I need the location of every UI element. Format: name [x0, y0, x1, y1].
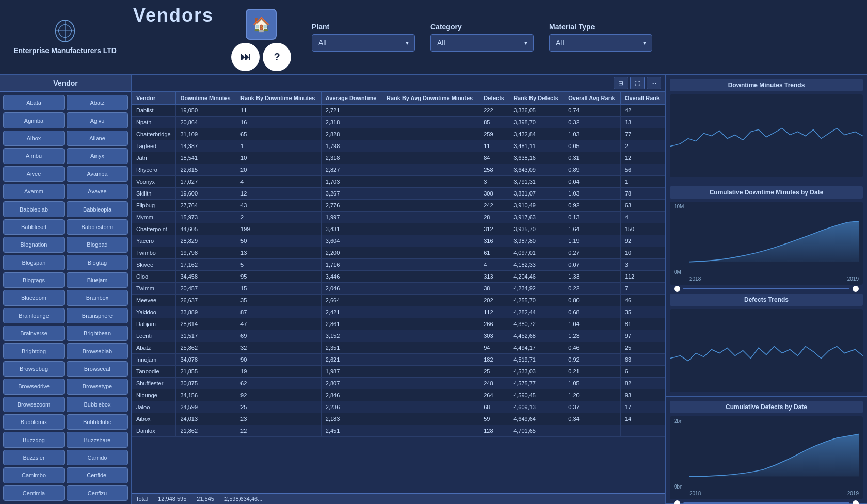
col-rank-defects: Rank By Defects	[509, 92, 564, 105]
date-range-slider[interactable]	[674, 285, 859, 293]
vendor-button-abatz[interactable]: Abatz	[67, 95, 128, 110]
vendor-button-avamba[interactable]: Avamba	[67, 166, 128, 182]
x-axis-2019-def: 2019	[847, 491, 859, 496]
cell-0: Skivee	[132, 259, 176, 271]
vendor-button-blogtag[interactable]: Blogtag	[67, 255, 128, 270]
table-header-row: Vendor Downtime Minutes Rank By Downtime…	[132, 92, 665, 105]
defects-slider-right-dot[interactable]	[853, 500, 859, 504]
fast-forward-button[interactable]: ⏭	[231, 43, 260, 71]
vendor-button-cenfizu[interactable]: Cenfizu	[67, 485, 128, 501]
cell-7: 0.31	[564, 152, 621, 164]
y-axis-10m: 10M	[674, 204, 687, 209]
vendor-button-buzzsler[interactable]: Buzzsler	[3, 450, 65, 465]
cell-2: 4	[236, 176, 322, 188]
cell-3: 2,807	[321, 378, 382, 389]
slider-left-dot[interactable]	[674, 286, 680, 292]
vendor-button-babbleblab[interactable]: Babbleblab	[3, 201, 65, 217]
vendor-button-blogpad[interactable]: Blogpad	[67, 237, 128, 252]
home-button[interactable]: 🏠	[246, 9, 277, 40]
vendor-button-babbleset[interactable]: Babbleset	[3, 219, 65, 235]
defects-date-range-slider[interactable]	[674, 499, 859, 504]
table-row: Mymm15,97321,997283,917,630.134	[132, 212, 665, 223]
page-title: Vendors	[133, 5, 214, 26]
cell-7: 0.74	[564, 105, 621, 117]
vendor-button-cenfidel[interactable]: Cenfidel	[67, 467, 128, 483]
vendor-button-brainverse[interactable]: Brainverse	[3, 326, 65, 341]
vendor-button-browseblab[interactable]: Browseblab	[67, 343, 128, 359]
vendor-button-babbleopia[interactable]: Babbleopia	[67, 201, 128, 217]
export-toolbar-button[interactable]: ⬚	[630, 77, 645, 89]
vendor-button-browsebug[interactable]: Browsebug	[3, 361, 65, 377]
material-type-select[interactable]: All	[549, 34, 652, 52]
plant-select[interactable]: All	[312, 34, 415, 52]
vendor-button-brainsphere[interactable]: Brainsphere	[67, 308, 128, 323]
cell-2: 16	[236, 117, 322, 128]
slider-right-dot[interactable]	[853, 286, 859, 292]
vendor-button-camido[interactable]: Camido	[67, 450, 128, 465]
more-toolbar-button[interactable]: ···	[647, 77, 661, 89]
vendor-button-agimba[interactable]: Agimba	[3, 112, 65, 128]
cell-2: 23	[236, 413, 322, 425]
vendor-button-browsedrive[interactable]: Browsedrive	[3, 379, 65, 394]
cell-3: 2,861	[321, 318, 382, 330]
cell-8: 42	[620, 105, 665, 117]
vendor-button-bluejam[interactable]: Bluejam	[67, 272, 128, 288]
vendor-button-ainyx[interactable]: Ainyx	[67, 148, 128, 164]
x-axis-2019: 2019	[847, 276, 859, 282]
vendor-button-bluezoom[interactable]: Bluezoom	[3, 290, 65, 305]
col-downtime-minutes: Downtime Minutes	[176, 92, 236, 105]
cell-3: 2,721	[321, 105, 382, 117]
vendor-button-browsetype[interactable]: Browsetype	[67, 379, 128, 394]
cell-5: 85	[479, 117, 509, 128]
vendor-button-centimia[interactable]: Centimia	[3, 485, 65, 501]
vendor-button-camimbo[interactable]: Camimbo	[3, 467, 65, 483]
vendor-button-blognation[interactable]: Blognation	[3, 237, 65, 252]
cell-2: 20	[236, 164, 322, 176]
cell-7: 1.20	[564, 389, 621, 401]
vendor-button-brainbox[interactable]: Brainbox	[67, 290, 128, 305]
cell-7: 1.03	[564, 128, 621, 140]
cell-5: 303	[479, 330, 509, 342]
cell-8: 13	[620, 117, 665, 128]
cell-5: 248	[479, 378, 509, 389]
vendor-button-bubblelube[interactable]: Bubblelube	[67, 414, 128, 430]
vendor-button-avamm[interactable]: Avamm	[3, 184, 65, 199]
vendor-button-blogtags[interactable]: Blogtags	[3, 272, 65, 288]
vendor-button-browsecat[interactable]: Browsecat	[67, 361, 128, 377]
cell-6: 3,336,05	[509, 105, 564, 117]
cell-2: 15	[236, 283, 322, 295]
cell-0: Dabjam	[132, 318, 176, 330]
cell-7: 0.34	[564, 413, 621, 425]
vendor-button-agivu[interactable]: Agivu	[67, 112, 128, 128]
vendor-button-babblestorm[interactable]: Babblestorm	[67, 219, 128, 235]
filter-toolbar-button[interactable]: ⊟	[614, 77, 628, 89]
vendor-button-buzzdog[interactable]: Buzzdog	[3, 432, 65, 447]
vendor-button-buzzshare[interactable]: Buzzshare	[67, 432, 128, 447]
vendor-button-aivee[interactable]: Aivee	[3, 166, 65, 182]
vendor-button-aibox[interactable]: Aibox	[3, 131, 65, 146]
vendor-button-brightbean[interactable]: Brightbean	[67, 326, 128, 341]
vendor-button-aimbu[interactable]: Aimbu	[3, 148, 65, 164]
table-row: Yacero28,829503,6043163,987,801.1992	[132, 235, 665, 247]
vendor-button-ailane[interactable]: Ailane	[67, 131, 128, 146]
cell-8: 150	[620, 223, 665, 235]
slider-track[interactable]	[683, 288, 849, 289]
vendor-button-brainlounge[interactable]: Brainlounge	[3, 308, 65, 323]
vendor-button-blogspan[interactable]: Blogspan	[3, 255, 65, 270]
vendor-button-abata[interactable]: Abata	[3, 95, 65, 110]
vendor-button-bubblebox[interactable]: Bubblebox	[67, 397, 128, 412]
vendor-button-browsezoom[interactable]: Browsezoom	[3, 397, 65, 412]
cell-6: 4,234,92	[509, 283, 564, 295]
help-button[interactable]: ?	[263, 43, 291, 71]
cell-1: 34,156	[176, 389, 236, 401]
defects-slider-left-dot[interactable]	[674, 500, 680, 504]
vendor-button-avavee[interactable]: Avavee	[67, 184, 128, 199]
footer-defects-total: 2,598,634,46...	[224, 496, 262, 502]
category-select[interactable]: All	[430, 34, 534, 52]
table-container[interactable]: Vendor Downtime Minutes Rank By Downtime…	[132, 91, 665, 493]
col-overall-rank: Overall Rank	[620, 92, 665, 105]
vendor-button-bubblemix[interactable]: Bubblemix	[3, 414, 65, 430]
vendor-button-brightdog[interactable]: Brightdog	[3, 343, 65, 359]
cell-7: 1.33	[564, 271, 621, 283]
cell-4	[382, 212, 479, 223]
